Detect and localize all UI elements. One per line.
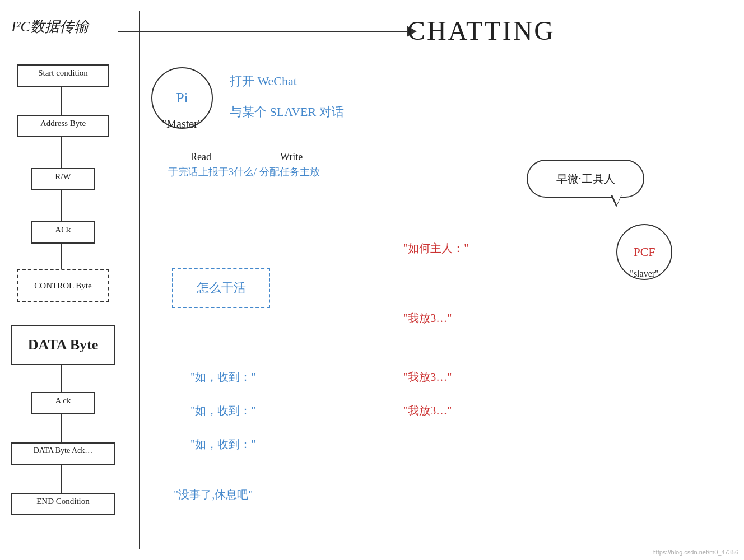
response2-master: "我放3…" bbox=[403, 370, 452, 385]
arrow-2 bbox=[61, 137, 62, 168]
data-byte-ack-box: DATA Byte Ack… bbox=[11, 442, 115, 465]
speech-bubble: 早微·工具人 bbox=[527, 160, 644, 198]
vertical-divider bbox=[139, 11, 140, 549]
write-label: Write bbox=[280, 151, 303, 163]
rw-box: R/W bbox=[31, 168, 95, 190]
talk-to-slaver-label: 与某个 SLAVER 对话 bbox=[230, 104, 344, 120]
arrow-6 bbox=[61, 414, 62, 442]
read-label: Read bbox=[190, 151, 211, 163]
master-label: "Master" bbox=[151, 118, 213, 130]
greeting-master: "如何主人：" bbox=[403, 241, 468, 256]
read-write-desc: 于完话上报于3什么/ 分配任务主放 bbox=[168, 165, 320, 179]
control-byte-box: CONTROL Byte bbox=[17, 269, 109, 302]
response1-upper: "我放3…" bbox=[403, 311, 452, 326]
arrow-1 bbox=[61, 87, 62, 115]
ack-received-2: "如，收到：" bbox=[190, 403, 255, 418]
open-wechat-label: 打开 WeChat bbox=[230, 73, 297, 90]
watermark: https://blog.csdn.net/m0_47356 bbox=[653, 549, 739, 556]
ack-received-1: "如，收到：" bbox=[190, 370, 255, 385]
ack2-box: A ck bbox=[31, 392, 95, 414]
end-condition-box: END Condition bbox=[11, 493, 115, 515]
arrow-3 bbox=[61, 190, 62, 221]
arrow-7 bbox=[61, 465, 62, 493]
start-condition-box: Start condition bbox=[17, 64, 109, 87]
data-byte-box: DATA Byte bbox=[11, 325, 115, 365]
speech-bubble-text: 早微·工具人 bbox=[556, 171, 615, 186]
arrow-5 bbox=[61, 365, 62, 392]
response3-master: "我放3…" bbox=[403, 403, 452, 418]
i2c-title: I²C数据传输 bbox=[11, 17, 89, 36]
ack1-box: ACk bbox=[31, 221, 95, 244]
top-arrow-line bbox=[118, 31, 409, 32]
arrow-4 bbox=[61, 244, 62, 269]
pi-label: Pi bbox=[176, 90, 188, 106]
end-chat-label: "没事了,休息吧" bbox=[174, 487, 253, 502]
pcf-label: PCF bbox=[633, 245, 655, 259]
ack-received-3: "如，收到：" bbox=[190, 437, 255, 452]
how-to-work-box: 怎么干活 bbox=[172, 268, 270, 308]
chatting-title: CHATTING bbox=[407, 15, 555, 46]
speech-bubble-tail-inner bbox=[612, 195, 621, 205]
address-byte-box: Address Byte bbox=[17, 115, 109, 137]
slaver-label: "slaver" bbox=[613, 269, 675, 279]
